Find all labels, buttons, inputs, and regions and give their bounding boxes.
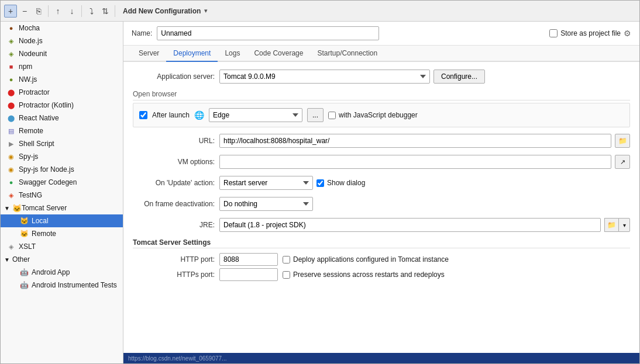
jre-dropdown-button[interactable]: ▾ bbox=[618, 218, 630, 232]
nodeunit-icon: ◈ bbox=[6, 49, 16, 58]
app-server-row: Application server: Tomcat 9.0.0.M9 Conf… bbox=[133, 69, 630, 84]
tab-logs-label: Logs bbox=[225, 49, 240, 57]
app-server-controls: Tomcat 9.0.0.M9 Configure... bbox=[219, 70, 630, 84]
sidebar-item-shell-script[interactable]: ▶ Shell Script bbox=[1, 137, 123, 150]
sidebar-item-spy-js-node[interactable]: ◉ Spy-js for Node.js bbox=[1, 163, 123, 176]
app-server-label: Application server: bbox=[133, 72, 215, 81]
remove-config-button[interactable]: − bbox=[18, 5, 31, 18]
copy-icon: ⎘ bbox=[36, 6, 41, 16]
vm-options-input[interactable] bbox=[219, 155, 611, 169]
add-config-dropdown-arrow[interactable]: ▾ bbox=[204, 7, 208, 15]
toolbar-separator-1 bbox=[48, 5, 49, 17]
settings-gear-icon[interactable]: ⚙ bbox=[624, 29, 631, 38]
protractor-kotlin-icon: ⬤ bbox=[6, 100, 16, 110]
sidebar-item-nodeunit[interactable]: ◈ Nodeunit bbox=[1, 47, 123, 60]
sidebar-item-label: Shell Script bbox=[19, 140, 54, 148]
tab-startup-connection[interactable]: Startup/Connection bbox=[310, 46, 384, 62]
sidebar-item-label: TestNG bbox=[19, 191, 42, 199]
sidebar-item-swagger[interactable]: ● Swagger Codegen bbox=[1, 176, 123, 189]
store-as-project-checkbox[interactable] bbox=[549, 29, 558, 37]
http-port-row: HTTP port: Deploy applications configure… bbox=[133, 252, 630, 267]
sidebar-item-mocha[interactable]: ● Mocha bbox=[1, 22, 123, 34]
sort-button[interactable]: ⇅ bbox=[99, 5, 112, 18]
url-controls: 📁 bbox=[219, 134, 630, 148]
sidebar-item-label: npm bbox=[19, 63, 32, 71]
sidebar-item-android-app[interactable]: 🤖 Android App bbox=[1, 266, 123, 279]
plus-icon: + bbox=[8, 6, 13, 16]
sidebar-item-label: Android Instrumented Tests bbox=[32, 281, 117, 289]
configure-button[interactable]: Configure... bbox=[433, 70, 485, 84]
http-port-input[interactable] bbox=[219, 253, 278, 266]
url-row: URL: 📁 bbox=[133, 133, 630, 148]
tomcat-remote-icon: 🐱 bbox=[19, 229, 29, 238]
sidebar-item-remote[interactable]: ▤ Remote bbox=[1, 124, 123, 137]
browser-select[interactable]: Edge Chrome Firefox bbox=[209, 108, 302, 122]
edge-browser-icon: 🌐 bbox=[194, 110, 204, 120]
tab-startup-connection-label: Startup/Connection bbox=[317, 49, 377, 57]
jre-select[interactable]: Default (1.8 - project SDK) bbox=[219, 218, 601, 232]
app-window: + − ⎘ ↑ ↓ ⤵ ⇅ Add New Configuration ▾ ● bbox=[0, 0, 640, 364]
toolbar-separator-2 bbox=[81, 5, 82, 17]
sidebar-item-protractor[interactable]: ⬤ Protractor bbox=[1, 86, 123, 99]
bottom-bar-url: https://blog.csdn.net/newit_0659077... bbox=[128, 355, 226, 362]
sidebar-item-protractor-kotlin[interactable]: ⬤ Protractor (Kotlin) bbox=[1, 99, 123, 112]
deactivation-select[interactable]: Do nothing Restart server Update classes… bbox=[219, 197, 313, 211]
sidebar-item-spy-js[interactable]: ◉ Spy-js bbox=[1, 150, 123, 163]
url-folder-button[interactable]: 📁 bbox=[615, 134, 630, 148]
tomcat-server-group-header[interactable]: ▼ 🐱 Tomcat Server bbox=[1, 202, 123, 214]
update-action-select[interactable]: Restart server Do nothing Update classes… bbox=[219, 176, 313, 190]
move-into-folder-button[interactable]: ⤵ bbox=[85, 5, 98, 18]
sidebar-item-testng[interactable]: ◈ TestNG bbox=[1, 189, 123, 202]
sidebar-item-local[interactable]: 🐱 Local bbox=[1, 214, 123, 227]
name-input[interactable] bbox=[157, 26, 379, 40]
sidebar-item-android-test[interactable]: 🤖 Android Instrumented Tests bbox=[1, 279, 123, 292]
https-port-input[interactable] bbox=[219, 268, 278, 281]
js-debugger-checkbox[interactable] bbox=[328, 112, 336, 119]
tomcat-server-group: ▼ 🐱 Tomcat Server 🐱 Local 🐱 Remote bbox=[1, 202, 123, 240]
add-config-button[interactable]: + bbox=[4, 5, 17, 18]
config-content: Application server: Tomcat 9.0.0.M9 Conf… bbox=[123, 62, 639, 353]
sidebar-item-xslt[interactable]: ◈ XSLT bbox=[1, 240, 123, 253]
store-as-project-row: Store as project file ⚙ bbox=[549, 29, 631, 38]
after-launch-checkbox[interactable] bbox=[139, 111, 147, 119]
js-debug-row: with JavaScript debugger bbox=[328, 111, 418, 119]
sidebar-item-label: Remote bbox=[19, 127, 43, 135]
browser-extra-button[interactable]: ... bbox=[307, 108, 324, 122]
sidebar-item-react-native[interactable]: ⬤ React Native bbox=[1, 112, 123, 124]
sidebar-item-npm[interactable]: ■ npm bbox=[1, 60, 123, 73]
sidebar-item-nodejs[interactable]: ◈ Node.js bbox=[1, 34, 123, 47]
settings-section-title: Tomcat Server Settings bbox=[133, 238, 630, 248]
show-dialog-checkbox[interactable] bbox=[316, 179, 324, 187]
copy-config-button[interactable]: ⎘ bbox=[32, 5, 45, 18]
other-group-header[interactable]: ▼ Other bbox=[1, 253, 123, 266]
android-test-icon: 🤖 bbox=[19, 280, 29, 290]
move-up-button[interactable]: ↑ bbox=[51, 5, 64, 18]
xslt-icon: ◈ bbox=[6, 242, 16, 251]
other-group: ▼ Other 🤖 Android App 🤖 Android Instrume… bbox=[1, 253, 123, 292]
tabs-row: Server Deployment Logs Code Coverage Sta… bbox=[123, 46, 639, 62]
name-label: Name: bbox=[132, 29, 152, 37]
deploy-apps-checkbox[interactable] bbox=[283, 256, 290, 264]
sidebar-item-remote-child[interactable]: 🐱 Remote bbox=[1, 227, 123, 240]
preserve-sessions-checkbox[interactable] bbox=[283, 271, 290, 279]
sidebar-item-nwjs[interactable]: ● NW.js bbox=[1, 73, 123, 86]
tomcat-settings-section: Tomcat Server Settings HTTP port: Deploy… bbox=[133, 238, 630, 282]
sidebar-item-label: NW.js bbox=[19, 75, 37, 84]
tab-server[interactable]: Server bbox=[132, 46, 166, 62]
tab-code-coverage[interactable]: Code Coverage bbox=[247, 46, 310, 62]
tab-logs[interactable]: Logs bbox=[218, 46, 247, 62]
toolbar: + − ⎘ ↑ ↓ ⤵ ⇅ Add New Configuration ▾ bbox=[1, 1, 639, 22]
tab-deployment[interactable]: Deployment bbox=[166, 46, 218, 62]
preserve-label: Preserve sessions across restarts and re… bbox=[293, 271, 445, 279]
vm-expand-button[interactable]: ↗ bbox=[615, 155, 630, 169]
preserve-sessions-label: Preserve sessions across restarts and re… bbox=[283, 271, 445, 279]
http-port-label: HTTP port: bbox=[133, 255, 215, 264]
app-server-select[interactable]: Tomcat 9.0.0.M9 bbox=[219, 70, 430, 84]
mocha-icon: ● bbox=[6, 23, 16, 33]
tomcat-server-label: Tomcat Server bbox=[22, 204, 67, 212]
move-down-button[interactable]: ↓ bbox=[66, 5, 78, 18]
url-input[interactable] bbox=[219, 134, 611, 148]
minus-icon: − bbox=[22, 6, 27, 16]
url-label: URL: bbox=[133, 137, 215, 145]
jre-folder-button[interactable]: 📁 bbox=[604, 218, 618, 232]
